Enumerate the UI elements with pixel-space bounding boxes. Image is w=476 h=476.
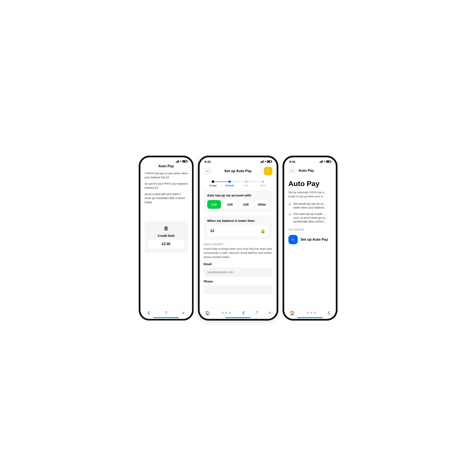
receipt-text: If you'd like a receipt when your Auto P… [204,247,272,259]
receipt-section: NEED A RECEIPT? If you'd like a receipt … [204,243,272,294]
battery-icon-right [326,160,331,163]
check-text-1: Set repeat top-ups for yo... meter when … [293,202,332,210]
nav-item-connections-center[interactable]: ⚬⚬⚬ [221,310,232,316]
email-input-group: Email [204,262,272,277]
signal-icon-right [320,160,323,163]
left-content: c PAYG top-ups so you never when your ba… [140,168,192,256]
check-item-2: ✓ Your auto top-up is paid ... card, so … [289,212,332,224]
right-content: Auto Pay Set up automatic PAYG top-u... … [284,176,336,248]
nav-item-menu-center[interactable]: ≡ [269,310,271,315]
receipt-label: NEED A RECEIPT? [204,243,272,245]
stepper-line-energy [213,181,230,182]
amount-btn-10[interactable]: £10 [207,200,221,209]
status-time-center: 9:41 [205,160,211,163]
nav-item-currency[interactable]: £ [148,311,150,316]
balance-section-title: When my balance is lower than: [207,219,269,222]
stepper-dot-energy [212,180,214,183]
phone-right: 9:41 ▾ ← Auto Pay Auto Pay Set up automa… [283,156,338,321]
back-button-right[interactable]: ← [289,167,296,174]
progress-stepper: Energy Amount Pay Done [200,177,277,187]
body-text-2: op-ups for your PAYG your balance reache… [145,182,188,190]
bottom-nav-right: 🏠 ⚬⚬⚬ £ [284,308,336,319]
nav-item-menu[interactable]: ≡ [182,311,185,316]
balance-value: £2 [211,229,214,233]
nav-item-currency-center[interactable]: £ [242,310,245,315]
stepper-energy: Energy [205,180,221,187]
battery-icon [182,160,187,163]
check-text-2: Your auto top-up is paid ... card, so yo… [293,212,332,224]
setup-autopay-label: Set up Auto Pay [301,238,328,242]
stepper-label-pay: Pay [244,184,248,187]
status-bar-left: ▾ [140,157,192,165]
status-bar-right: 9:41 ▾ [284,157,336,165]
status-icons-center: ▾ [260,160,272,163]
stepper-label-energy: Energy [209,184,217,187]
nav-title-right: Auto Pay [299,169,314,173]
nav-item-help-center[interactable]: ? [255,310,258,315]
stepper-line-amount [230,181,246,182]
nav-bar-left: Auto Pay [140,165,192,168]
infinity-icon: ∞ [289,235,298,244]
stepper-dot-amount [228,180,231,183]
amount-section-title: Auto top-up my account with: [207,193,269,197]
stepper-dot-done [262,180,264,183]
checkmark-icon-2: ✓ [289,212,291,217]
bottom-indicator-center [225,317,251,318]
phone-input[interactable] [204,285,272,294]
nav-item-connections-right[interactable]: ⚬⚬⚬ [306,310,317,316]
battery-icon-center [267,160,272,163]
status-icons-right: ▾ [320,160,331,163]
body-text-3: op-up is paid with your bank ll never go… [145,192,188,204]
amount-options: £10 £20 £30 Other [207,200,269,209]
lightning-icon: ⚡ [265,169,271,174]
bottom-nav-left: £ ? ≡ [140,308,192,319]
amount-btn-other[interactable]: Other [255,200,269,209]
nav-item-home-center[interactable]: 🏠 [205,310,210,316]
checkmark-icon-1: ✓ [289,202,291,207]
status-icons-left: ▾ [176,160,187,163]
auto-pay-description: Set up automatic PAYG top-u... forget to… [289,190,332,199]
phone-left: ▾ Auto Pay c PAYG top-ups so you never w… [139,156,194,321]
stepper-label-done: Done [260,184,266,187]
nav-bar-right: ← Auto Pay [284,165,336,176]
status-time-right: 9:41 [289,160,296,163]
nav-title-center: Set up Auto Pay [224,169,252,173]
main-content: Auto top-up my account with: £10 £20 £30… [200,187,277,300]
lock-icon: 🔒 [260,228,266,234]
nav-item-help[interactable]: ? [165,311,167,316]
nav-bar-center: ← Set up Auto Pay ⚡ [200,165,277,177]
bottom-nav-center: 🏠 ⚬⚬⚬ £ ? ≡ [200,308,277,319]
get-started-label: GET STARTED [289,229,332,231]
wifi-icon-right: ▾ [324,160,325,163]
auto-pay-title: Auto Pay [289,180,332,188]
credit-value: £2.00 [148,239,184,248]
back-button-center[interactable]: ← [204,167,211,175]
check-item-1: ✓ Set repeat top-ups for yo... meter whe… [289,202,332,210]
phone-input-group: Phone [204,280,272,294]
body-text-1: c PAYG top-ups so you never when your ba… [145,171,188,180]
phone-center: 9:41 ▾ ← Set up Auto Pay ⚡ [198,156,278,321]
credit-label: Credit limit [148,234,184,238]
stepper-label-amount: Amount [225,184,234,187]
email-input[interactable] [204,268,272,277]
trash-icon: 🗑 [148,225,184,231]
lightning-action-button[interactable]: ⚡ [264,167,272,175]
bottom-indicator-right [297,317,323,318]
nav-item-currency-right[interactable]: £ [328,310,330,315]
stepper-line-pay [246,181,263,182]
bottom-indicator-left [153,317,179,318]
check-list: ✓ Set repeat top-ups for yo... meter whe… [289,202,332,224]
wifi-icon-center: ▾ [265,160,266,163]
balance-section: When my balance is lower than: £2 🔒 [204,216,272,240]
page-title-left: Auto Pay [158,164,174,168]
setup-autopay-button[interactable]: ∞ Set up Auto Pay [289,235,332,244]
phone-label: Phone [204,280,272,283]
amount-btn-30[interactable]: £30 [239,200,253,209]
balance-input-row: £2 🔒 [207,225,269,237]
status-bar-center: 9:41 ▾ [200,157,277,165]
nav-item-home-right[interactable]: 🏠 [290,310,295,316]
wifi-icon: ▾ [180,160,181,163]
signal-icon-center [260,160,263,163]
amount-btn-20[interactable]: £20 [223,200,237,209]
divider [289,232,332,232]
